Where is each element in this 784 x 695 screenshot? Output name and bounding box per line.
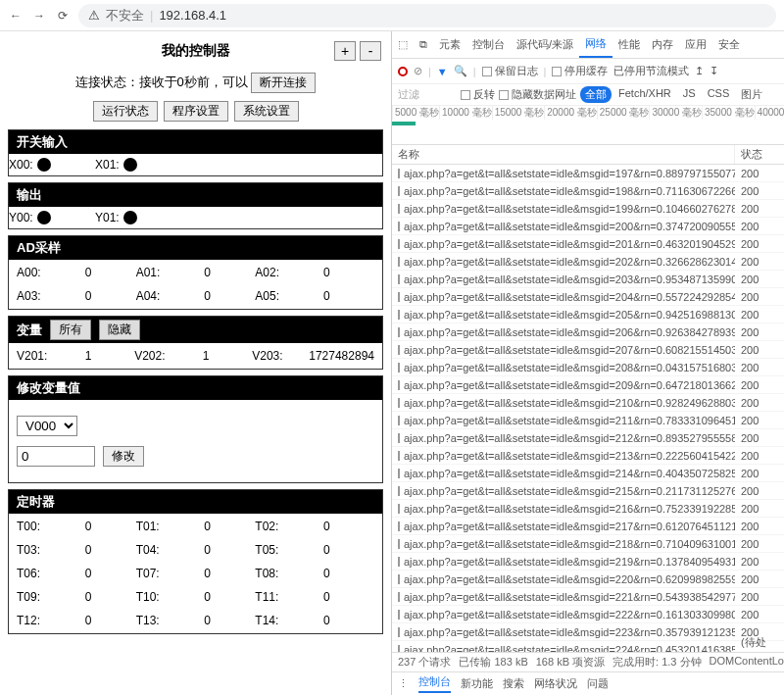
preserve-log-check[interactable]: 保留日志 bbox=[482, 64, 538, 78]
address-bar[interactable]: ⚠ 不安全 | 192.168.4.1 bbox=[78, 4, 776, 27]
modify-button[interactable]: 修改 bbox=[103, 446, 144, 467]
download-icon[interactable]: ↧ bbox=[710, 65, 718, 77]
disable-cache-check[interactable]: 停用缓存 bbox=[552, 64, 608, 78]
network-row[interactable]: ajax.php?a=get&t=all&setstate=idle&msgid… bbox=[392, 306, 784, 323]
data-cell: T12:0 bbox=[17, 614, 136, 627]
search-icon[interactable]: 🔍 bbox=[454, 65, 467, 77]
device-icon[interactable]: ⧉ bbox=[414, 31, 433, 58]
drawer-tab[interactable]: 网络状况 bbox=[534, 676, 577, 691]
inspect-icon[interactable]: ⬚ bbox=[392, 31, 414, 58]
tab-program-settings[interactable]: 程序设置 bbox=[164, 101, 228, 122]
data-cell: V203:1727482894 bbox=[252, 349, 374, 363]
data-cell: A01:0 bbox=[136, 266, 256, 279]
filter-pill[interactable]: Fetch/XHR bbox=[613, 86, 676, 103]
network-row[interactable]: ajax.php?a=get&t=all&setstate=idle&msgid… bbox=[392, 482, 784, 500]
devtools-tab[interactable]: 控制台 bbox=[466, 31, 511, 58]
y01-indicator[interactable] bbox=[123, 211, 137, 224]
network-row[interactable]: ajax.php?a=get&t=all&setstate=idle&msgid… bbox=[392, 165, 784, 182]
network-row[interactable]: ajax.php?a=get&t=all&setstate=idle&msgid… bbox=[392, 571, 784, 588]
devtools-drawer-tabs: ⋮控制台新功能搜索网络状况问题 bbox=[392, 671, 784, 695]
network-row[interactable]: ajax.php?a=get&t=all&setstate=idle&msgid… bbox=[392, 376, 784, 394]
invert-check[interactable]: 反转 bbox=[461, 87, 495, 102]
network-row[interactable]: ajax.php?a=get&t=all&setstate=idle&msgid… bbox=[392, 394, 784, 412]
devtools-tab[interactable]: 内存 bbox=[646, 31, 679, 58]
network-row[interactable]: ajax.php?a=get&t=all&setstate=idle&msgid… bbox=[392, 553, 784, 571]
hide-button[interactable]: 隐藏 bbox=[99, 320, 140, 340]
show-all-button[interactable]: 所有 bbox=[50, 320, 91, 340]
network-row[interactable]: ajax.php?a=get&t=all&setstate=idle&msgid… bbox=[392, 341, 784, 359]
y01-label: Y01: bbox=[95, 211, 120, 224]
network-row[interactable]: ajax.php?a=get&t=all&setstate=idle&msgid… bbox=[392, 606, 784, 623]
y00-indicator[interactable] bbox=[37, 211, 51, 224]
drawer-tab[interactable]: 控制台 bbox=[418, 674, 451, 693]
col-status[interactable]: 状态 bbox=[735, 145, 784, 164]
filter-pill[interactable]: JS bbox=[678, 86, 701, 103]
filter-pill[interactable]: CSS bbox=[703, 86, 735, 103]
throttle-select[interactable]: 已停用节流模式 bbox=[613, 64, 689, 78]
output-header: 输出 bbox=[9, 183, 382, 207]
data-cell: T13:0 bbox=[136, 614, 256, 627]
plus-button[interactable]: + bbox=[334, 41, 356, 61]
network-row[interactable]: ajax.php?a=get&t=all&setstate=idle&msgid… bbox=[392, 429, 784, 447]
back-icon[interactable]: ← bbox=[8, 8, 24, 24]
forward-icon[interactable]: → bbox=[31, 8, 47, 24]
filter-pill[interactable]: 全部 bbox=[580, 86, 612, 103]
network-row[interactable]: ajax.php?a=get&t=all&setstate=idle&msgid… bbox=[392, 447, 784, 465]
data-cell: T07:0 bbox=[136, 567, 256, 580]
devtools-tab[interactable]: 元素 bbox=[433, 31, 466, 58]
data-cell: T06:0 bbox=[17, 567, 136, 580]
devtools-tab[interactable]: 源代码/来源 bbox=[511, 31, 579, 58]
network-row[interactable]: ajax.php?a=get&t=all&setstate=idle&msgid… bbox=[392, 218, 784, 235]
network-row[interactable]: ajax.php?a=get&t=all&setstate=idle&msgid… bbox=[392, 623, 784, 641]
drawer-tab[interactable]: 新功能 bbox=[461, 676, 493, 691]
network-row[interactable]: ajax.php?a=get&t=all&setstate=idle&msgid… bbox=[392, 359, 784, 376]
network-row[interactable]: ajax.php?a=get&t=all&setstate=idle&msgid… bbox=[392, 271, 784, 288]
network-timeline[interactable]: 5000 毫秒10000 毫秒15000 毫秒20000 毫秒25000 毫秒3… bbox=[392, 106, 784, 145]
drawer-toggle-icon[interactable]: ⋮ bbox=[398, 677, 409, 690]
network-row[interactable]: ajax.php?a=get&t=all&setstate=idle&msgid… bbox=[392, 412, 784, 429]
network-table-header: 名称 状态 bbox=[392, 145, 784, 165]
tab-system-settings[interactable]: 系统设置 bbox=[234, 101, 299, 122]
network-row[interactable]: ajax.php?a=get&t=all&setstate=idle&msgid… bbox=[392, 323, 784, 341]
reload-icon[interactable]: ⟳ bbox=[55, 8, 71, 24]
url-text: 192.168.4.1 bbox=[159, 8, 226, 23]
hide-data-check[interactable]: 隐藏数据网址 bbox=[499, 87, 576, 102]
switch-input-panel: 开关输入 X00: X01: bbox=[8, 129, 383, 176]
record-icon[interactable] bbox=[398, 67, 408, 76]
network-row[interactable]: ajax.php?a=get&t=all&setstate=idle&msgid… bbox=[392, 288, 784, 306]
filter-pill[interactable]: 图片 bbox=[736, 86, 767, 103]
network-row[interactable]: ajax.php?a=get&t=all&setstate=idle&msgid… bbox=[392, 200, 784, 218]
filter-input[interactable]: 过滤 bbox=[398, 87, 457, 102]
ad-panel: AD采样 A00:0A01:0A02:0A03:0A04:0A05:0 bbox=[8, 235, 383, 310]
network-row[interactable]: ajax.php?a=get&t=all&setstate=idle&msgid… bbox=[392, 535, 784, 553]
network-row[interactable]: ajax.php?a=get&t=all&setstate=idle&msgid… bbox=[392, 465, 784, 482]
data-cell: T08:0 bbox=[255, 567, 374, 580]
clear-icon[interactable]: ⊘ bbox=[414, 65, 422, 77]
data-cell: A04:0 bbox=[136, 289, 256, 303]
minus-button[interactable]: - bbox=[360, 41, 381, 61]
x00-label: X00: bbox=[9, 158, 33, 172]
variable-value-input[interactable] bbox=[17, 446, 95, 467]
network-requests[interactable]: ajax.php?a=get&t=all&setstate=idle&msgid… bbox=[392, 165, 784, 652]
drawer-tab[interactable]: 问题 bbox=[587, 676, 609, 691]
network-row[interactable]: ajax.php?a=get&t=all&setstate=idle&msgid… bbox=[392, 182, 784, 200]
tab-run-status[interactable]: 运行状态 bbox=[93, 101, 158, 122]
disconnect-button[interactable]: 断开连接 bbox=[251, 73, 316, 93]
devtools-tab[interactable]: 应用 bbox=[679, 31, 712, 58]
devtools-tab[interactable]: 安全 bbox=[712, 31, 746, 58]
drawer-tab[interactable]: 搜索 bbox=[503, 676, 524, 691]
devtools-tab[interactable]: 网络 bbox=[579, 31, 612, 58]
network-row[interactable]: ajax.php?a=get&t=all&setstate=idle&msgid… bbox=[392, 588, 784, 606]
network-row[interactable]: ajax.php?a=get&t=all&setstate=idle&msgid… bbox=[392, 253, 784, 271]
col-name[interactable]: 名称 bbox=[392, 145, 735, 164]
variable-select[interactable]: V000 bbox=[17, 416, 77, 436]
switch-input-header: 开关输入 bbox=[9, 130, 382, 154]
network-row[interactable]: ajax.php?a=get&t=all&setstate=idle&msgid… bbox=[392, 235, 784, 253]
devtools-tab[interactable]: 性能 bbox=[612, 31, 646, 58]
network-row[interactable]: ajax.php?a=get&t=all&setstate=idle&msgid… bbox=[392, 641, 784, 652]
network-row[interactable]: ajax.php?a=get&t=all&setstate=idle&msgid… bbox=[392, 518, 784, 535]
filter-icon[interactable]: ▼ bbox=[437, 66, 448, 77]
data-cell: T00:0 bbox=[17, 520, 136, 533]
upload-icon[interactable]: ↥ bbox=[695, 65, 704, 77]
network-row[interactable]: ajax.php?a=get&t=all&setstate=idle&msgid… bbox=[392, 500, 784, 518]
